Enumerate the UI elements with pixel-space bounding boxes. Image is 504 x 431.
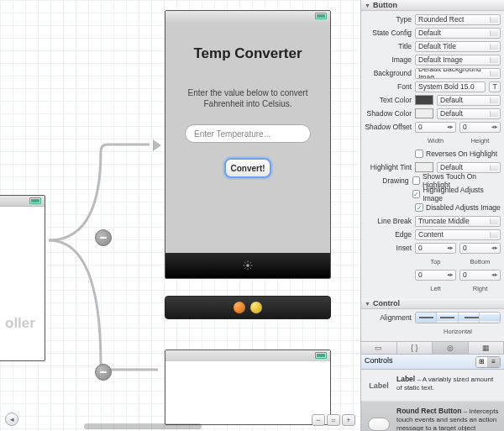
image-label: Image (365, 55, 412, 64)
horizontal-scrollbar[interactable] (84, 423, 202, 429)
svg-line-8 (250, 262, 251, 263)
image-popup[interactable]: Default Image (415, 55, 501, 66)
svg-line-5 (244, 262, 245, 263)
battery-icon (315, 13, 327, 19)
font-editor-button[interactable]: T (489, 81, 501, 92)
list-view-icon: ≡ (488, 357, 500, 367)
shadow-color-label: Shadow Color (365, 109, 412, 118)
app-hint-label: Enter the value below to convert Fahrenh… (176, 87, 320, 109)
segue-arrowhead (153, 139, 161, 151)
library-list[interactable]: Label Label – A variably sized amount of… (361, 370, 504, 431)
highlight-tint-label: Highlight Tint (365, 163, 412, 171)
file-templates-tab[interactable]: ▭ (361, 342, 397, 354)
app-title-label: Temp Converter (176, 45, 320, 62)
shadow-offset-label: Shadow Offset (365, 123, 412, 131)
inset-left-stepper[interactable]: 0 (415, 270, 456, 281)
battery-icon (29, 197, 41, 204)
edge-label: Edge (365, 230, 412, 239)
library-mode-bar: ▭ { } ◎ ▦ (361, 341, 504, 355)
objects-tab[interactable]: ◎ (433, 342, 469, 354)
control-section-header[interactable]: ▼Control (361, 298, 504, 309)
align-left-icon (416, 313, 437, 323)
text-color-popup[interactable]: Default (437, 95, 501, 106)
secondary-scene[interactable] (165, 350, 331, 425)
zoom-controls: − = + (312, 414, 355, 426)
convert-button[interactable]: Convert! (224, 158, 271, 178)
battery-icon (315, 352, 327, 359)
line-break-popup[interactable]: Truncate Middle (415, 216, 501, 227)
grid-view-icon: ⊞ (476, 357, 488, 367)
status-bar (165, 350, 330, 361)
text-color-well[interactable] (415, 95, 433, 105)
highlight-tint-well[interactable] (415, 162, 433, 172)
font-field[interactable]: System Bold 15.0 (415, 81, 486, 92)
alignment-label: Alignment (365, 313, 412, 322)
alignment-segments[interactable] (415, 312, 501, 323)
inspector-panel: ▼Button TypeRounded Rect State ConfigDef… (360, 0, 504, 431)
align-right-icon (459, 313, 480, 323)
view-controller-stub[interactable]: oller (0, 195, 45, 361)
align-center-icon (437, 313, 458, 323)
type-label: Type (365, 15, 412, 24)
shadow-offset-height-stepper[interactable]: 0 (459, 122, 501, 133)
svg-line-6 (250, 268, 251, 269)
temperature-input[interactable]: Enter Temperature... (185, 124, 311, 143)
svg-point-0 (246, 264, 249, 267)
font-label: Font (365, 82, 412, 91)
drawing-label: Drawing (365, 176, 409, 185)
type-popup[interactable]: Rounded Rect (415, 14, 501, 25)
label-thumb-icon: Label (369, 381, 389, 390)
main-scene[interactable]: Temp Converter Enter the value below to … (165, 10, 331, 279)
library-view-mode[interactable]: ⊞≡ (475, 356, 501, 368)
storyboard-canvas[interactable]: oller Temp Converter Enter the value bel… (0, 0, 360, 431)
stub-label: oller (5, 315, 35, 332)
library-filter-popup[interactable]: Controls (365, 356, 472, 368)
list-item: Label Label – A variably sized amount of… (361, 370, 504, 402)
inset-top-stepper[interactable]: 0 (415, 243, 456, 254)
shadow-color-well[interactable] (415, 108, 433, 118)
status-bar (165, 11, 330, 22)
exit-icon[interactable] (250, 302, 262, 313)
zoom-in-button[interactable]: + (342, 414, 355, 426)
first-responder-icon[interactable] (234, 302, 245, 313)
segue-node[interactable] (95, 364, 112, 381)
button-section-header[interactable]: ▼Button (361, 0, 504, 11)
text-color-label: Text Color (365, 96, 412, 104)
align-justify-icon (480, 313, 500, 323)
highlight-tint-popup[interactable]: Default (437, 162, 501, 173)
state-config-label: State Config (365, 29, 412, 37)
background-label: Background (365, 69, 412, 77)
status-bar (0, 196, 45, 207)
svg-line-7 (244, 268, 245, 269)
segue-node[interactable] (95, 229, 112, 246)
inset-bottom-stepper[interactable]: 0 (459, 243, 501, 254)
background-popup[interactable]: Default Background Imag (415, 68, 501, 79)
bottom-toolbar (165, 253, 330, 278)
shadow-offset-width-stepper[interactable]: 0 (415, 122, 456, 133)
title-label: Title (365, 42, 412, 50)
media-tab[interactable]: ▦ (469, 342, 505, 354)
highlighted-adjusts-checkbox[interactable]: ✓Highlighted Adjusts Image (412, 186, 501, 202)
title-field[interactable]: Default Title (415, 41, 501, 52)
brightness-icon (243, 260, 253, 271)
button-thumb-icon (368, 418, 390, 431)
list-item: Round Rect Button – Intercepts touch eve… (361, 402, 504, 431)
library-header: Controls ⊞≡ (361, 355, 504, 370)
reverses-on-highlight-checkbox[interactable]: Reverses On Highlight (415, 150, 497, 158)
disabled-adjusts-checkbox[interactable]: ✓Disabled Adjusts Image (415, 203, 501, 212)
segue-wire (40, 143, 165, 386)
zoom-fit-button[interactable]: = (327, 414, 340, 426)
inset-right-stepper[interactable]: 0 (459, 270, 501, 281)
zoom-out-button[interactable]: − (312, 414, 325, 426)
back-button[interactable]: ◂ (5, 413, 18, 426)
line-break-label: Line Break (365, 217, 412, 225)
code-snippets-tab[interactable]: { } (397, 342, 433, 354)
state-config-popup[interactable]: Default (415, 28, 501, 39)
edge-popup[interactable]: Content (415, 229, 501, 240)
scene-dock[interactable] (165, 296, 331, 319)
shadow-color-popup[interactable]: Default (437, 108, 501, 119)
inset-label: Inset (365, 244, 412, 252)
